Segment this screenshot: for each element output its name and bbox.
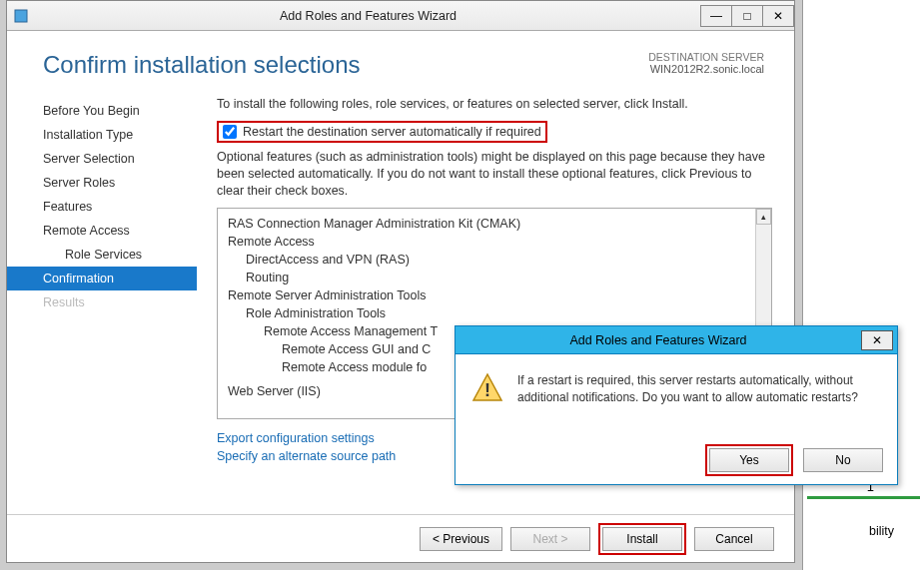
nav-server-roles[interactable]: Server Roles xyxy=(7,171,197,195)
install-button[interactable]: Install xyxy=(602,527,682,551)
dialog-body: ! If a restart is required, this server … xyxy=(456,354,897,416)
svg-rect-0 xyxy=(15,10,27,22)
dialog-titlebar: Add Roles and Features Wizard ✕ xyxy=(456,326,897,354)
nav-server-selection[interactable]: Server Selection xyxy=(7,147,197,171)
maximize-button[interactable]: □ xyxy=(731,5,763,27)
yes-button[interactable]: Yes xyxy=(709,448,789,472)
feature-routing: Routing xyxy=(228,269,761,286)
restart-checkbox-row: Restart the destination server automatic… xyxy=(217,121,547,143)
wizard-nav: Before You Begin Installation Type Serve… xyxy=(7,89,197,518)
header-area: Confirm installation selections DESTINAT… xyxy=(7,31,794,89)
feature-remote-access: Remote Access xyxy=(228,233,761,251)
nav-confirmation[interactable]: Confirmation xyxy=(7,267,197,290)
wizard-icon xyxy=(13,8,29,24)
restart-checkbox[interactable] xyxy=(223,125,237,139)
nav-role-services[interactable]: Role Services xyxy=(7,243,197,267)
destination-label: DESTINATION SERVER xyxy=(648,51,764,63)
window-title: Add Roles and Features Wizard xyxy=(35,9,701,23)
bg-text: bility xyxy=(869,524,894,538)
confirm-restart-dialog: Add Roles and Features Wizard ✕ ! If a r… xyxy=(455,325,898,485)
dialog-title: Add Roles and Features Wizard xyxy=(456,333,861,347)
no-button[interactable]: No xyxy=(803,448,883,472)
nav-before-you-begin[interactable]: Before You Begin xyxy=(7,99,197,123)
minimize-button[interactable]: — xyxy=(700,5,732,27)
feature-directaccess-vpn: DirectAccess and VPN (RAS) xyxy=(228,251,761,269)
close-button[interactable]: ✕ xyxy=(762,5,794,27)
previous-button[interactable]: < Previous xyxy=(420,527,502,551)
wizard-footer: < Previous Next > Install Cancel xyxy=(7,514,794,562)
dialog-message: If a restart is required, this server re… xyxy=(517,372,881,406)
window-controls: — □ ✕ xyxy=(701,5,794,27)
dialog-close-button[interactable]: ✕ xyxy=(861,330,893,350)
destination-value: WIN2012R2.sonic.local xyxy=(648,63,764,75)
yes-highlight: Yes xyxy=(705,444,793,476)
instruction-text: To install the following roles, role ser… xyxy=(217,97,772,111)
feature-role-admin-tools: Role Administration Tools xyxy=(228,304,761,322)
restart-label: Restart the destination server automatic… xyxy=(243,125,541,139)
nav-results: Results xyxy=(7,290,197,314)
destination-block: DESTINATION SERVER WIN2012R2.sonic.local xyxy=(648,51,764,79)
nav-features[interactable]: Features xyxy=(7,195,197,219)
svg-text:!: ! xyxy=(484,380,490,400)
warning-icon: ! xyxy=(471,372,503,404)
dialog-footer: Yes No xyxy=(705,444,883,476)
bg-greenbar xyxy=(807,496,920,499)
scroll-up-icon[interactable]: ▴ xyxy=(756,209,771,225)
feature-rsat: Remote Server Administration Tools xyxy=(228,286,761,304)
next-button: Next > xyxy=(510,527,590,551)
install-highlight: Install xyxy=(598,523,686,555)
titlebar: Add Roles and Features Wizard — □ ✕ xyxy=(7,1,794,31)
cancel-button[interactable]: Cancel xyxy=(694,527,774,551)
feature-cmak: RAS Connection Manager Administration Ki… xyxy=(228,215,761,233)
page-title: Confirm installation selections xyxy=(43,51,360,79)
optional-text: Optional features (such as administratio… xyxy=(217,149,772,200)
nav-remote-access[interactable]: Remote Access xyxy=(7,219,197,243)
nav-installation-type[interactable]: Installation Type xyxy=(7,123,197,147)
